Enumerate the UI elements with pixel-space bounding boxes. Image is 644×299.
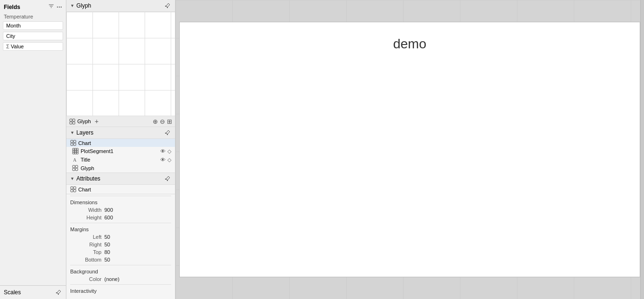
layer-plotsegment-left: PlotSegment1 bbox=[72, 148, 113, 154]
attributes-section: ▼ Attributes Chart Dimensions Width 900 … bbox=[66, 173, 175, 299]
layers-header: ▼ Layers bbox=[66, 127, 175, 139]
svg-rect-8 bbox=[73, 148, 74, 150]
dimensions-divider bbox=[70, 196, 171, 196]
dimensions-label: Dimensions bbox=[66, 198, 175, 206]
layers-section: ▼ Layers Chart bbox=[66, 127, 175, 173]
attributes-pin-icon[interactable] bbox=[164, 175, 171, 182]
attributes-chevron-icon[interactable]: ▼ bbox=[70, 176, 74, 181]
svg-rect-25 bbox=[74, 190, 76, 192]
layer-title-item[interactable]: A Title 👁 ◇ bbox=[66, 155, 175, 164]
svg-rect-3 bbox=[73, 122, 75, 124]
field-item-month[interactable]: Month bbox=[3, 21, 63, 30]
attributes-chart-sublabel: Chart bbox=[78, 187, 91, 192]
layer-chart-item[interactable]: Chart bbox=[66, 139, 175, 147]
margins-divider bbox=[70, 223, 171, 223]
middle-panel: ▼ Glyph Glyph + ⊕ ⊖ ⊞ bbox=[66, 0, 175, 299]
fields-section-temperature: Temperature bbox=[0, 13, 66, 20]
layer-title-delete-icon[interactable]: ◇ bbox=[167, 157, 171, 163]
svg-rect-23 bbox=[74, 187, 76, 189]
layer-title-eye-icon[interactable]: 👁 bbox=[160, 157, 166, 163]
background-divider bbox=[70, 265, 171, 265]
svg-rect-20 bbox=[73, 168, 75, 171]
left-label: Left bbox=[78, 234, 101, 240]
scales-pin-icon[interactable] bbox=[55, 289, 62, 296]
scales-section: Scales bbox=[0, 285, 66, 299]
layers-title: Layers bbox=[76, 129, 93, 136]
glyph-chart-icon bbox=[69, 118, 75, 125]
glyph-canvas-inner bbox=[66, 12, 175, 116]
color-value: (none) bbox=[104, 276, 120, 282]
layer-chart-label: Chart bbox=[78, 140, 91, 146]
chart-frame: demo bbox=[179, 22, 640, 277]
field-item-city[interactable]: City bbox=[3, 32, 63, 40]
top-row: Top 80 bbox=[66, 248, 175, 256]
svg-rect-19 bbox=[75, 165, 78, 168]
attributes-chart-icon bbox=[70, 186, 76, 192]
color-label: Color bbox=[78, 276, 101, 282]
svg-text:A: A bbox=[73, 157, 77, 163]
glyph-pin-icon[interactable] bbox=[164, 2, 171, 9]
svg-rect-9 bbox=[74, 148, 76, 150]
glyph-layer-icon bbox=[72, 165, 79, 172]
layer-plotsegment-delete-icon[interactable]: ◇ bbox=[167, 148, 171, 154]
zoom-in-icon[interactable]: ⊕ bbox=[153, 118, 158, 125]
top-value: 80 bbox=[104, 249, 110, 255]
layer-title-right: 👁 ◇ bbox=[160, 157, 171, 163]
bottom-value: 50 bbox=[104, 257, 110, 263]
bottom-row: Bottom 50 bbox=[66, 256, 175, 263]
width-label: Width bbox=[78, 207, 101, 213]
height-row: Height 600 bbox=[66, 214, 175, 221]
layer-glyph-item[interactable]: Glyph bbox=[66, 164, 175, 172]
sum-icon: Σ bbox=[6, 44, 9, 49]
layer-plotsegment-right: 👁 ◇ bbox=[160, 148, 171, 154]
layer-title-left: A Title bbox=[72, 156, 90, 163]
fields-panel: Fields ··· Temperature Month City Σ Valu… bbox=[0, 0, 66, 299]
svg-rect-14 bbox=[73, 152, 74, 154]
field-value-label: Value bbox=[11, 44, 24, 49]
interactivity-divider bbox=[70, 284, 171, 285]
color-row: Color (none) bbox=[66, 275, 175, 283]
glyph-toolbar-label: Glyph bbox=[77, 118, 91, 124]
svg-rect-16 bbox=[76, 152, 78, 154]
field-item-value[interactable]: Σ Value bbox=[3, 42, 63, 51]
fields-more-icon[interactable]: ··· bbox=[56, 3, 62, 11]
margins-label: Margins bbox=[66, 225, 175, 233]
glyph-title: Glyph bbox=[76, 2, 91, 9]
layer-plotsegment-item[interactable]: PlotSegment1 👁 ◇ bbox=[66, 147, 175, 155]
top-label: Top bbox=[78, 249, 101, 255]
attributes-header-left: ▼ Attributes bbox=[70, 175, 101, 182]
zoom-fit-icon[interactable]: ⊞ bbox=[167, 118, 172, 125]
scrollbar-right[interactable] bbox=[640, 0, 644, 299]
svg-rect-11 bbox=[73, 150, 74, 152]
height-value: 600 bbox=[104, 215, 113, 220]
glyph-grid-bg bbox=[66, 12, 175, 116]
svg-rect-4 bbox=[71, 140, 73, 143]
svg-rect-1 bbox=[73, 119, 75, 121]
chart-layer-icon bbox=[70, 140, 76, 146]
glyph-toolbar-left: Glyph + bbox=[69, 118, 101, 125]
background-label: Background bbox=[66, 267, 175, 275]
fields-sort-icon[interactable] bbox=[48, 3, 55, 11]
right-row: Right 50 bbox=[66, 241, 175, 248]
svg-rect-2 bbox=[70, 122, 72, 124]
layer-title-label: Title bbox=[81, 157, 90, 163]
svg-rect-21 bbox=[75, 168, 78, 171]
width-row: Width 900 bbox=[66, 206, 175, 214]
layers-pin-icon[interactable] bbox=[164, 129, 171, 136]
bottom-label: Bottom bbox=[78, 257, 101, 263]
zoom-out-icon[interactable]: ⊖ bbox=[160, 118, 165, 125]
svg-rect-0 bbox=[70, 119, 72, 121]
left-value: 50 bbox=[104, 234, 110, 240]
svg-rect-22 bbox=[71, 187, 73, 189]
glyph-chevron-icon[interactable]: ▼ bbox=[70, 3, 74, 8]
svg-rect-24 bbox=[71, 190, 73, 192]
right-value: 50 bbox=[104, 242, 110, 247]
layer-plotsegment-eye-icon[interactable]: 👁 bbox=[160, 148, 166, 154]
plotsegment-icon bbox=[72, 148, 79, 154]
layers-chevron-icon[interactable]: ▼ bbox=[70, 130, 74, 135]
svg-rect-13 bbox=[76, 150, 78, 152]
svg-rect-15 bbox=[74, 152, 76, 154]
glyph-toolbar: Glyph + ⊕ ⊖ ⊞ bbox=[66, 116, 175, 127]
glyph-add-button[interactable]: + bbox=[93, 118, 101, 125]
main-canvas[interactable]: demo bbox=[175, 0, 644, 299]
